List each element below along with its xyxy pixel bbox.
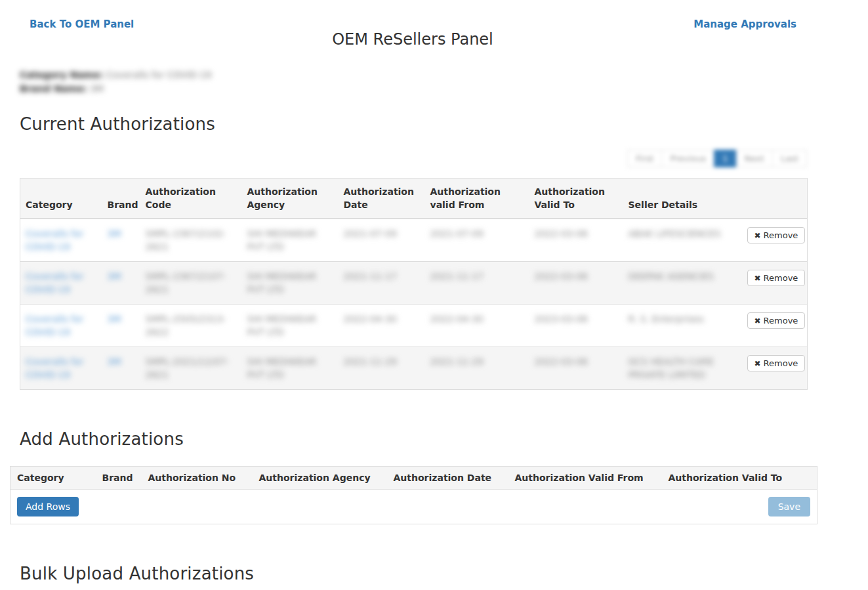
pagination-last[interactable]: Last xyxy=(772,150,807,167)
page-title: OEM ReSellers Panel xyxy=(0,30,825,49)
remove-label: Remove xyxy=(764,273,798,283)
seller-details: ABAK LIFESCIENCES xyxy=(629,228,721,239)
authorization-agency: SHI MEDIWEAR PVT LTD xyxy=(247,314,317,337)
top-bar: Back To OEM Panel OEM ReSellers Panel Ma… xyxy=(0,0,868,59)
add-col-authorization-no: Authorization No xyxy=(142,467,253,490)
remove-button[interactable]: ✖Remove xyxy=(747,355,806,371)
remove-label: Remove xyxy=(764,358,798,368)
back-to-oem-panel-link[interactable]: Back To OEM Panel xyxy=(30,18,134,30)
authorization-valid-from: 2022-04-30 xyxy=(430,314,484,324)
add-col-authorization-valid-from: Authorization Valid From xyxy=(508,467,662,490)
authorization-valid-from: 2021-07-09 xyxy=(430,228,484,239)
brand-link[interactable]: 3M xyxy=(108,228,121,239)
authorization-agency: SHI MEDIWEAR PVT LTD xyxy=(247,271,317,295)
authorization-agency: SHI MEDIWEAR PVT LTD xyxy=(247,356,317,380)
authorization-valid-from: 2021-11-17 xyxy=(430,271,484,282)
category-link[interactable]: Coveralls for COVID-19 xyxy=(26,271,83,295)
pagination-first[interactable]: First xyxy=(627,150,662,167)
col-actions xyxy=(742,179,808,219)
add-col-category: Category xyxy=(10,467,96,490)
category-link[interactable]: Coveralls for COVID-19 xyxy=(26,228,83,252)
col-brand: Brand xyxy=(102,179,140,219)
add-col-authorization-valid-to: Authorization Valid To xyxy=(662,467,817,490)
remove-x-icon: ✖ xyxy=(754,359,761,368)
brand-link[interactable]: 3M xyxy=(108,356,121,367)
current-authorizations-heading: Current Authorizations xyxy=(20,114,868,134)
category-link[interactable]: Coveralls for COVID-19 xyxy=(26,356,83,380)
category-link[interactable]: Coveralls for COVID-19 xyxy=(26,314,83,337)
authorization-date: 2022-04-30 xyxy=(344,314,397,324)
authorization-valid-to: 2022-03-06 xyxy=(535,356,588,367)
table-row: Coveralls for COVID-19 3M SMPL-2505/2313… xyxy=(20,305,808,347)
add-col-authorization-date: Authorization Date xyxy=(387,467,508,490)
add-table-header-row: Category Brand Authorization No Authoriz… xyxy=(10,467,817,490)
col-authorization-code: Authorization Code xyxy=(140,179,242,219)
authorization-valid-to: 2023-03-06 xyxy=(535,314,588,324)
save-button[interactable]: Save xyxy=(768,497,810,516)
pagination-page-1[interactable]: 1 xyxy=(714,150,736,167)
remove-label: Remove xyxy=(764,230,798,240)
col-authorization-valid-to: Authorization Valid To xyxy=(529,179,623,219)
authorization-code: SMPL-1567/2107-2621 xyxy=(146,271,226,295)
brand-link[interactable]: 3M xyxy=(108,314,121,324)
authorization-date: 2021-11-29 xyxy=(344,356,397,367)
authorization-date: 2021-07-09 xyxy=(344,228,397,239)
col-category: Category xyxy=(20,179,102,219)
table-row: Coveralls for COVID-19 3M SMPL-1567/2107… xyxy=(20,262,808,305)
table-row: Coveralls for COVID-19 3M SMPL-1567/2102… xyxy=(20,219,808,262)
category-name-label: Category Name: xyxy=(20,70,103,80)
col-authorization-date: Authorization Date xyxy=(339,179,425,219)
remove-label: Remove xyxy=(764,316,798,326)
authorization-code: SMPL-1567/2102-2621 xyxy=(146,228,226,252)
remove-button[interactable]: ✖Remove xyxy=(747,270,806,286)
seller-details: R. S. Enterprises xyxy=(629,314,704,324)
col-authorization-valid-from: Authorization valid From xyxy=(425,179,529,219)
authorization-agency: SHI MEDIWEAR PVT LTD xyxy=(247,228,317,252)
category-name-row: Category Name: Coveralls for COVID-19 xyxy=(20,68,868,82)
add-authorizations-table: Category Brand Authorization No Authoriz… xyxy=(10,466,817,524)
add-col-authorization-agency: Authorization Agency xyxy=(253,467,387,490)
add-col-brand: Brand xyxy=(96,467,142,490)
authorization-code: SMPL-2505/2313-2622 xyxy=(146,314,226,337)
panel-meta: Category Name: Coveralls for COVID-19 Br… xyxy=(20,68,868,96)
pagination-next[interactable]: Next xyxy=(736,150,773,167)
authorization-valid-to: 2022-03-06 xyxy=(535,271,588,282)
current-authorizations-table: Category Brand Authorization Code Author… xyxy=(20,178,808,390)
remove-button[interactable]: ✖Remove xyxy=(747,312,806,329)
brand-name-label: Brand Name: xyxy=(20,83,87,94)
manage-approvals-link[interactable]: Manage Approvals xyxy=(693,18,796,30)
bulk-upload-heading: Bulk Upload Authorizations xyxy=(20,564,868,583)
table-row: Coveralls for COVID-19 3M SMPL-2021/12/0… xyxy=(20,347,808,390)
table-header-row: Category Brand Authorization Code Author… xyxy=(20,179,808,219)
col-seller-details: Seller Details xyxy=(623,179,742,219)
remove-x-icon: ✖ xyxy=(754,316,761,326)
authorization-date: 2021-11-17 xyxy=(344,271,397,282)
brand-name-value: 3M xyxy=(90,83,104,94)
add-authorizations-heading: Add Authorizations xyxy=(20,429,868,449)
authorization-valid-from: 2021-11-29 xyxy=(430,356,484,367)
brand-link[interactable]: 3M xyxy=(108,271,121,282)
authorization-valid-to: 2022-03-06 xyxy=(535,228,588,239)
add-table-controls-row: Add Rows Save xyxy=(10,490,817,524)
seller-details: GCS HEALTH CARE PRIVATE LIMITED xyxy=(629,356,714,380)
remove-button[interactable]: ✖Remove xyxy=(747,227,806,243)
col-authorization-agency: Authorization Agency xyxy=(242,179,339,219)
remove-x-icon: ✖ xyxy=(754,231,761,240)
remove-x-icon: ✖ xyxy=(754,274,761,283)
category-name-value: Coveralls for COVID-19 xyxy=(106,70,212,80)
add-rows-button[interactable]: Add Rows xyxy=(17,497,79,516)
brand-name-row: Brand Name: 3M xyxy=(20,82,868,96)
pagination: First Previous 1 Next Last xyxy=(20,150,807,167)
seller-details: DEEPAK AGENCIES xyxy=(629,271,714,282)
authorization-code: SMPL-2021/12/07-2621 xyxy=(146,356,230,380)
pagination-previous[interactable]: Previous xyxy=(661,150,714,167)
